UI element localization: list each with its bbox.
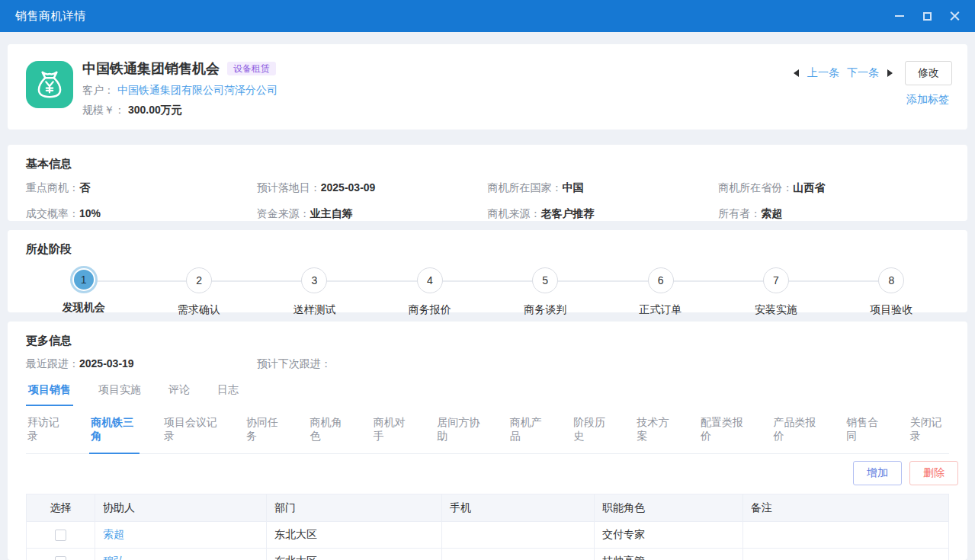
- stage-step-1[interactable]: 1发现机会: [26, 267, 141, 317]
- role-cell: 交付专家: [595, 522, 743, 549]
- info-field: 资金来源：业主自筹: [257, 207, 488, 221]
- subtab-collab-tasks[interactable]: 协同任务: [245, 411, 285, 454]
- maximize-icon: [923, 12, 932, 21]
- money-bag-icon: [26, 61, 73, 108]
- tab-logs[interactable]: 日志: [215, 383, 241, 406]
- table-action-bar: 增加 删除: [26, 461, 958, 485]
- next-record-link[interactable]: 下一条: [847, 66, 879, 80]
- phone-cell: [442, 522, 595, 549]
- info-field: 商机所在省份：山西省: [718, 181, 949, 195]
- tab-project-sales[interactable]: 项目销售: [26, 383, 73, 406]
- assistant-link[interactable]: 索超: [103, 528, 124, 540]
- subtab-opportunity-products[interactable]: 商机产品: [508, 411, 549, 454]
- minimize-button[interactable]: [894, 11, 905, 21]
- department-cell: 东北大区: [267, 549, 442, 560]
- main-tab-bar: 项目销售 项目实施 评论 日志: [26, 383, 949, 406]
- table-row: 索超 东北大区 交付专家: [27, 522, 949, 549]
- customer-label: 客户：: [82, 84, 114, 96]
- basic-info-card: 基本信息 重点商机：否 预计落地日：2025-03-09 商机所在国家：中国 商…: [8, 145, 967, 221]
- row-checkbox[interactable]: [55, 530, 66, 541]
- stage-step-7[interactable]: 7安装实施: [718, 267, 833, 317]
- subtab-opportunity-roles[interactable]: 商机角色: [308, 411, 348, 454]
- scale-label: 规模￥：: [82, 104, 125, 116]
- column-header-select: 选择: [27, 494, 95, 522]
- note-cell: [743, 522, 949, 549]
- phone-cell: [442, 549, 595, 560]
- subtab-product-quotes[interactable]: 产品类报价: [772, 411, 823, 454]
- column-header-phone: 手机: [442, 494, 595, 522]
- prev-arrow-icon[interactable]: [794, 69, 799, 77]
- next-follow-field: 预计下次跟进：: [257, 357, 488, 371]
- subtab-intermediary-assist[interactable]: 居间方协助: [435, 411, 486, 454]
- tab-comments[interactable]: 评论: [166, 383, 192, 406]
- subtab-config-quotes[interactable]: 配置类报价: [699, 411, 749, 454]
- stage-card: 所处阶段 1发现机会 2需求确认 3送样测试 4商务报价 5商务谈判 6正式订单…: [8, 230, 967, 312]
- recent-follow-field: 最近跟进：2025-03-19: [26, 357, 257, 371]
- customer-link[interactable]: 中国铁通集团有限公司菏泽分公司: [117, 84, 277, 96]
- info-field: 商机来源：老客户推荐: [488, 207, 719, 221]
- basic-info-grid: 重点商机：否 预计落地日：2025-03-09 商机所在国家：中国 商机所在省份…: [26, 181, 949, 221]
- note-cell: [743, 549, 949, 560]
- subtab-sales-contracts[interactable]: 销售合同: [845, 411, 885, 454]
- modify-button[interactable]: 修改: [905, 61, 952, 85]
- subtab-iron-triangle[interactable]: 商机铁三角: [89, 411, 140, 454]
- tab-project-implementation[interactable]: 项目实施: [96, 383, 143, 406]
- basic-info-heading: 基本信息: [26, 157, 949, 171]
- more-info-card: 更多信息 最近跟进：2025-03-19 预计下次跟进： 项目销售 项目实施 评…: [8, 322, 967, 560]
- scale-value: 300.00万元: [128, 104, 182, 116]
- window-title: 销售商机详情: [15, 9, 86, 24]
- maximize-button[interactable]: [922, 11, 932, 21]
- prev-record-link[interactable]: 上一条: [807, 66, 839, 80]
- subtab-close-records[interactable]: 关闭记录: [909, 411, 949, 454]
- stage-heading: 所处阶段: [26, 242, 949, 257]
- stage-stepper: 1发现机会 2需求确认 3送样测试 4商务报价 5商务谈判 6正式订单 7安装实…: [26, 267, 949, 317]
- stage-step-8[interactable]: 8项目验收: [834, 267, 949, 317]
- subtab-technical-plan[interactable]: 技术方案: [636, 411, 676, 454]
- delete-button[interactable]: 删除: [909, 461, 958, 485]
- stage-step-6[interactable]: 6正式订单: [603, 267, 718, 317]
- next-arrow-icon[interactable]: [887, 69, 893, 77]
- more-info-heading: 更多信息: [26, 334, 949, 348]
- subtab-project-meetings[interactable]: 项目会议记录: [162, 411, 222, 454]
- info-field: 重点商机：否: [26, 181, 257, 195]
- close-icon: [950, 11, 960, 21]
- subtab-competitors[interactable]: 商机对手: [372, 411, 412, 454]
- info-field: 预计落地日：2025-03-09: [257, 181, 488, 195]
- row-checkbox[interactable]: [55, 556, 66, 560]
- column-header-assistant: 协助人: [95, 494, 267, 522]
- close-button[interactable]: [949, 11, 960, 21]
- sub-tab-bar: 拜访记录 商机铁三角 项目会议记录 协同任务 商机角色 商机对手 居间方协助 商…: [26, 411, 949, 454]
- role-cell: 挂帅高管: [595, 549, 743, 560]
- minimize-icon: [895, 15, 904, 17]
- stage-step-5[interactable]: 5商务谈判: [488, 267, 603, 317]
- table-header-row: 选择 协助人 部门 手机 职能角色 备注: [27, 494, 949, 522]
- subtab-visit-records[interactable]: 拜访记录: [26, 411, 66, 454]
- add-tag-link[interactable]: 添加标签: [906, 93, 949, 107]
- opportunity-detail-window: 销售商机详情 中国铁通集团销售机会 设备租赁 客户： 中国铁通集团有限公司菏泽分…: [0, 0, 975, 560]
- stage-step-2[interactable]: 2需求确认: [141, 267, 256, 317]
- stage-step-3[interactable]: 3送样测试: [257, 267, 372, 317]
- column-header-department: 部门: [267, 494, 442, 522]
- subtab-stage-history[interactable]: 阶段历史: [572, 411, 612, 454]
- column-header-role: 职能角色: [595, 494, 743, 522]
- info-field: 商机所在国家：中国: [488, 181, 719, 195]
- department-cell: 东北大区: [267, 522, 442, 549]
- column-header-note: 备注: [743, 494, 949, 522]
- opportunity-tag-badge: 设备租赁: [227, 62, 276, 75]
- table-row: 穆弘 东北大区 挂帅高管: [27, 549, 949, 560]
- window-titlebar: 销售商机详情: [0, 0, 975, 32]
- add-button[interactable]: 增加: [853, 461, 902, 485]
- stage-step-4[interactable]: 4商务报价: [372, 267, 487, 317]
- assistants-table: 选择 协助人 部门 手机 职能角色 备注 索超 东北大区 交付专家: [26, 494, 949, 560]
- opportunity-header-card: 中国铁通集团销售机会 设备租赁 客户： 中国铁通集团有限公司菏泽分公司 规模￥：…: [8, 44, 967, 130]
- assistant-link[interactable]: 穆弘: [103, 555, 124, 560]
- info-field: 成交概率：10%: [26, 207, 257, 221]
- opportunity-title: 中国铁通集团销售机会: [82, 59, 220, 78]
- info-field: 所有者：索超: [718, 207, 949, 221]
